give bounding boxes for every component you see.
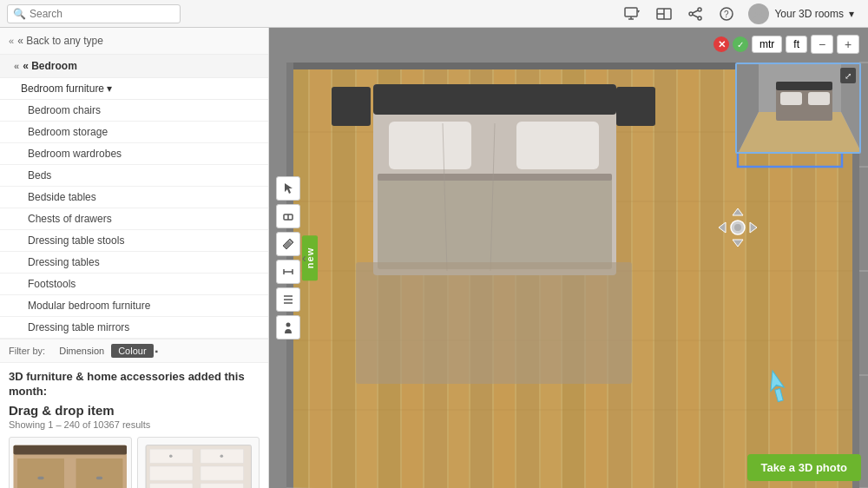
svg-rect-94	[378, 175, 612, 269]
svg-rect-19	[37, 476, 43, 479]
category-arrow-icon: «	[14, 61, 19, 71]
subcategory-label: Bedroom furniture ▾	[21, 82, 112, 95]
take-3d-photo-btn[interactable]: Take a 3D photo	[747, 454, 861, 481]
unit-mtr-label: mtr	[760, 38, 774, 50]
svg-text:?: ?	[724, 10, 729, 19]
monitor-icon[interactable]: ▾	[623, 4, 642, 23]
tool-btn-list[interactable]	[276, 287, 300, 312]
svg-rect-137	[780, 92, 802, 105]
room-toolbar: ✕ ✓ mtr ft − +	[278, 35, 859, 54]
filter-row: Filter by: Dimension Colour ▪	[0, 339, 268, 363]
room-area: new ‹ ✕ ✓ mtr ft −	[269, 28, 868, 488]
furniture-item-1[interactable]	[9, 437, 132, 488]
svg-point-9	[698, 16, 701, 20]
expand-3d-btn[interactable]: ⤢	[840, 68, 856, 83]
nav-item-dressing-stools[interactable]: Dressing table stools	[0, 230, 268, 252]
nav-item-chairs[interactable]: Bedroom chairs	[0, 100, 268, 122]
svg-point-106	[734, 224, 741, 231]
svg-rect-74	[678, 63, 699, 488]
tool-btn-cursor[interactable]	[276, 176, 300, 201]
top-toolbar: 🔍 ▾	[0, 0, 868, 28]
furniture-item-2[interactable]	[137, 437, 260, 488]
nav-item-storage[interactable]: Bedroom storage	[0, 122, 268, 143]
nav-item-footstools[interactable]: Footstools	[0, 274, 268, 295]
subcategory-furniture-header[interactable]: Bedroom furniture ▾	[0, 78, 268, 100]
tool-btn-measure[interactable]	[276, 260, 300, 284]
close-red-btn[interactable]: ✕	[713, 36, 729, 52]
user-avatar	[748, 3, 769, 24]
svg-rect-0	[625, 8, 637, 16]
drag-drop-label: Drag & drop item	[9, 403, 260, 418]
nav-item-chests[interactable]: Chests of drawers	[0, 208, 268, 230]
room-canvas[interactable]: new ‹ ✕ ✓ mtr ft −	[269, 28, 868, 488]
confirm-green-btn[interactable]: ✓	[733, 36, 748, 52]
share-icon[interactable]	[686, 4, 705, 23]
svg-point-8	[689, 12, 693, 16]
svg-line-10	[693, 10, 698, 13]
svg-rect-26	[201, 466, 244, 480]
svg-rect-138	[808, 92, 830, 105]
scroll-left-btn[interactable]: ‹	[302, 251, 306, 265]
svg-rect-17	[17, 458, 64, 488]
results-count: Showing 1 – 240 of 10367 results	[9, 419, 260, 430]
svg-rect-18	[76, 458, 123, 488]
unit-mtr-display: mtr	[752, 36, 782, 53]
user-label: Your 3D rooms	[774, 8, 844, 20]
svg-point-14	[755, 8, 762, 15]
search-box[interactable]: 🔍	[7, 4, 181, 23]
sidebar-section-title: 3D furniture & home accessories added th…	[9, 370, 260, 399]
svg-line-11	[693, 15, 698, 17]
category-bedroom-header[interactable]: « « Bedroom	[0, 55, 268, 78]
svg-rect-73	[654, 63, 676, 488]
sidebar-content: 3D furniture & home accessories added th…	[0, 363, 268, 488]
svg-point-28	[169, 454, 173, 458]
svg-rect-92	[389, 122, 471, 169]
nav-item-dressing-tables[interactable]: Dressing tables	[0, 252, 268, 274]
tool-btn-wall[interactable]	[276, 204, 300, 228]
svg-rect-98	[332, 87, 371, 126]
back-to-type-link[interactable]: « « Back to any type	[0, 28, 268, 55]
unit-ft-label: ft	[793, 38, 799, 50]
back-label: « Back to any type	[17, 35, 103, 47]
nav-item-beds[interactable]: Beds	[0, 165, 268, 187]
sidebar-nav: « « Back to any type « « Bedroom Bedroom…	[0, 28, 268, 363]
minus-label: −	[819, 37, 825, 51]
svg-rect-59	[332, 63, 355, 488]
unit-ft-display[interactable]: ft	[786, 36, 807, 53]
tool-btn-paint[interactable]	[276, 232, 300, 256]
svg-rect-93	[516, 122, 599, 169]
user-menu[interactable]: Your 3D rooms ▾	[748, 3, 854, 24]
filter-tab-colour[interactable]: Colour	[111, 344, 153, 358]
svg-rect-136	[776, 82, 832, 90]
filter-tab-dimension[interactable]: Dimension	[52, 344, 111, 358]
search-icon: 🔍	[13, 8, 26, 20]
user-dropdown-icon: ▾	[849, 8, 854, 20]
svg-rect-75	[700, 63, 723, 488]
zoom-plus-btn[interactable]: +	[837, 35, 859, 54]
svg-rect-95	[378, 174, 612, 181]
nav-item-wardrobes[interactable]: Bedroom wardrobes	[0, 143, 268, 165]
svg-rect-24	[149, 484, 193, 488]
nav-item-dressing-mirrors[interactable]: Dressing table mirrors	[0, 317, 268, 339]
svg-point-7	[698, 8, 701, 11]
nav-item-bedside-tables[interactable]: Bedside tables	[0, 187, 268, 208]
filter-label: Filter by:	[9, 346, 45, 356]
floorplan-icon[interactable]	[654, 4, 674, 23]
svg-rect-23	[149, 466, 193, 480]
svg-rect-100	[356, 262, 632, 384]
sidebar: « « Back to any type « « Bedroom Bedroom…	[0, 28, 269, 488]
search-input[interactable]	[30, 8, 174, 20]
help-icon[interactable]: ?	[717, 4, 736, 23]
zoom-minus-btn[interactable]: −	[811, 35, 833, 54]
toolbar-icons: ▾ ?	[623, 3, 854, 24]
nav-item-modular[interactable]: Modular bedroom furniture	[0, 295, 268, 317]
svg-text:▾: ▾	[637, 9, 640, 14]
preview-3d-thumbnail[interactable]: ⤢	[735, 63, 861, 154]
tool-btn-person[interactable]	[276, 315, 300, 340]
filter-colour-indicator: ▪	[155, 346, 159, 356]
svg-rect-27	[201, 484, 244, 488]
back-arrow-icon: «	[9, 36, 14, 46]
main-content: « « Back to any type « « Bedroom Bedroom…	[0, 28, 868, 488]
svg-rect-20	[96, 476, 102, 479]
category-label: « Bedroom	[23, 60, 77, 72]
